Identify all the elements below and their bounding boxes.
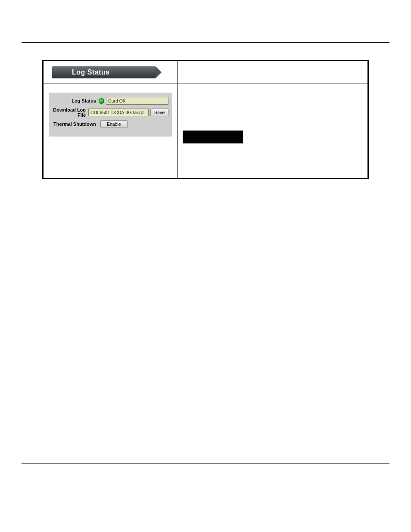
banner-title: Log Status [72,68,110,76]
log-status-banner: Log Status [52,66,156,78]
log-status-value: Card OK [106,97,168,105]
header-left-cell: Log Status [43,61,177,84]
right-content-cell [177,84,368,179]
download-log-row: Download Log File CDI-9501-DCDA-3G.tar.g… [52,107,168,118]
download-log-label: Download Log File [52,107,88,118]
download-log-filename: CDI-9501-DCDA-3G.tar.gz [88,109,149,116]
panel-cell: Log Status Card OK Download Log File CDI… [43,84,177,179]
bottom-divider [22,464,389,464]
main-table: Log Status Log Status Card OK Download L… [42,60,369,179]
status-ok-icon [99,98,104,104]
log-status-row: Log Status Card OK [52,97,168,105]
thermal-shutdown-row: Thermal Shutdown Enable [52,120,168,128]
save-button[interactable]: Save [150,109,168,116]
enable-button[interactable]: Enable [100,120,128,128]
top-divider [22,42,389,43]
header-right-cell [177,61,368,84]
log-status-panel: Log Status Card OK Download Log File CDI… [49,93,172,137]
redacted-block [183,131,243,143]
thermal-shutdown-label: Thermal Shutdown [52,121,99,127]
log-status-label: Log Status [52,98,99,103]
